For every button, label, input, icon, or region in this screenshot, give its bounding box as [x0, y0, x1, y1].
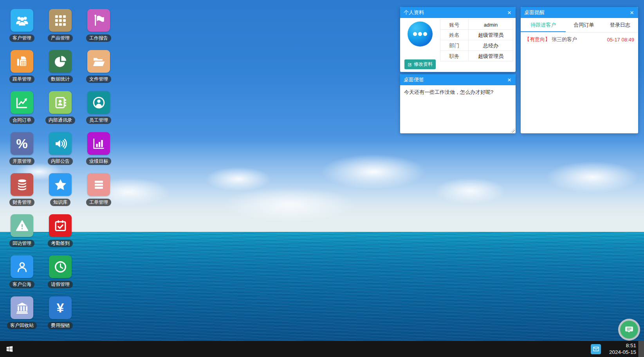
- pie-chart-icon: [49, 50, 72, 73]
- address-book-icon: [49, 91, 72, 114]
- list-icon: [87, 173, 110, 196]
- profile-panel-title: 个人资料: [404, 9, 507, 16]
- close-icon[interactable]: ×: [507, 77, 512, 83]
- desktop-icon-employee-mgmt[interactable]: 员工管理: [79, 91, 118, 124]
- show-desktop-button[interactable]: [639, 341, 644, 357]
- close-icon[interactable]: ×: [629, 9, 635, 16]
- desktop-icon-label: 文件管理: [86, 75, 111, 83]
- reminder-tab-待跟进客户[interactable]: 待跟进客户: [521, 18, 566, 32]
- desktop-icon-performance-target[interactable]: 业绩目标: [79, 132, 118, 165]
- desktop-icon-label: 回访管理: [9, 240, 34, 247]
- user-outline-icon: [11, 255, 33, 278]
- desktop-icon-invoice-mgmt[interactable]: %开票管理: [3, 132, 41, 165]
- desktop-icon-attendance-checkin[interactable]: 考勤签到: [41, 214, 79, 247]
- chat-bubble-icon: [620, 321, 638, 339]
- taskbar-date: 2024-05-15: [606, 349, 636, 356]
- desktop-icon-revisit-mgmt[interactable]: 回访管理: [3, 214, 41, 247]
- reminder-tab-登录日志[interactable]: 登录日志: [602, 18, 638, 32]
- desktop-icon-work-order-mgmt[interactable]: 工单管理: [79, 173, 118, 206]
- folder-open-icon: [87, 50, 110, 73]
- desktop-icon-expense-reimburse[interactable]: ¥费用报销: [41, 296, 79, 329]
- desktop-icon-file-mgmt[interactable]: 文件管理: [79, 50, 118, 83]
- profile-field-value: 超级管理员: [468, 30, 513, 40]
- reminder-panel: 桌面提醒 × 待跟进客户合同订单登录日志 【有意向】张三的客户05-17 08:…: [521, 7, 638, 133]
- desktop-icon-knowledge-base[interactable]: 知识库: [41, 173, 79, 206]
- desktop-icon-label: 财务管理: [9, 199, 34, 206]
- taskbar: 8:51 2024-05-15: [0, 341, 644, 357]
- profile-panel: 个人资料 × 修改资料 账号admin姓名超级管理员部门总经办职务超级管理员: [400, 7, 516, 72]
- database-icon: [11, 173, 33, 196]
- ocean-background: [0, 232, 644, 357]
- desktop-icon-internal-notice[interactable]: 内部公告: [41, 132, 79, 165]
- profile-field-value: 总经办: [468, 40, 513, 51]
- desktop-icon-label: 合同订单: [9, 117, 34, 124]
- reminder-list: 【有意向】张三的客户05-17 08:49: [521, 32, 638, 47]
- reminder-item[interactable]: 【有意向】张三的客户05-17 08:49: [521, 32, 638, 47]
- desktop-icon-contract-order[interactable]: 合同订单: [3, 91, 41, 124]
- profile-field-label: 部门: [440, 40, 468, 51]
- desktop-icon-customer-recycle-bin[interactable]: 客户回收站: [3, 296, 41, 329]
- desktop-icon-follow-up-mgmt[interactable]: 跟单管理: [3, 50, 41, 83]
- desktop-icon-internal-contacts[interactable]: 内部通讯录: [41, 91, 79, 124]
- chat-button[interactable]: [618, 319, 640, 341]
- desktop-icon-label: 知识库: [50, 199, 70, 206]
- profile-field-value: admin: [468, 19, 513, 30]
- profile-field-label: 姓名: [440, 30, 468, 40]
- desktop-icon-label: 员工管理: [86, 117, 111, 124]
- grid-icon: [49, 9, 72, 32]
- desktop-icon-product-mgmt[interactable]: 产品管理: [41, 9, 79, 42]
- reminder-tabs: 待跟进客户合同订单登录日志: [521, 18, 638, 32]
- desktop-icon-label: 内部公告: [48, 158, 73, 165]
- users-icon: [11, 9, 33, 32]
- reminder-panel-title: 桌面提醒: [524, 9, 629, 16]
- desktop-icon-label: 费用报销: [48, 322, 73, 329]
- profile-field-value: 超级管理员: [468, 51, 513, 61]
- note-panel: 桌面便签 × 今天还有一些工作没做，怎么办才好呢?: [400, 74, 516, 133]
- windows-logo-icon: [5, 345, 14, 353]
- desktop-icon-label: 客户管理: [9, 34, 34, 42]
- bar-chart-icon: [87, 132, 110, 155]
- desktop-icon-label: 请假管理: [48, 281, 73, 288]
- profile-field-row: 部门总经办: [440, 40, 513, 51]
- mail-icon: [592, 345, 600, 353]
- desktop-icon-work-report[interactable]: 工作报告: [79, 9, 118, 42]
- desktop-icon-label: 客户回收站: [7, 322, 37, 329]
- desktop-icon-label: 开票管理: [9, 158, 34, 165]
- taskbar-clock: 8:51 2024-05-15: [606, 343, 636, 356]
- desktop-icon-leave-mgmt[interactable]: 请假管理: [41, 255, 79, 288]
- flag-icon: [87, 9, 110, 32]
- profile-field-label: 职务: [440, 51, 468, 61]
- desktop-icon-customer-mgmt[interactable]: 客户管理: [3, 9, 41, 42]
- reminder-item-tag: 【有意向】: [525, 36, 550, 43]
- desktop-icon-finance-mgmt[interactable]: 财务管理: [3, 173, 41, 206]
- edit-profile-button[interactable]: 修改资料: [404, 59, 436, 69]
- desktop-icon-label: 业绩目标: [86, 158, 111, 165]
- percent-icon: %: [11, 132, 33, 155]
- reminder-item-time: 05-17 08:49: [607, 37, 634, 43]
- yen-icon: ¥: [49, 296, 72, 319]
- mail-button[interactable]: [591, 344, 601, 354]
- desktop-icon-label: 产品管理: [48, 34, 73, 42]
- user-circle-icon: [87, 91, 110, 114]
- clock-icon: [49, 255, 72, 278]
- bank-icon: [11, 296, 33, 319]
- desktop-icon-label: 数据统计: [48, 75, 73, 83]
- profile-field-row: 姓名超级管理员: [440, 30, 513, 40]
- desktop-icon-label: 跟单管理: [9, 75, 34, 83]
- start-button[interactable]: [0, 341, 19, 357]
- desktop-icon-label: 考勤签到: [48, 240, 73, 247]
- star-icon: [49, 173, 72, 196]
- note-textarea[interactable]: 今天还有一些工作没做，怎么办才好呢?: [400, 85, 516, 133]
- desktop-icon-label: 工作报告: [86, 34, 111, 42]
- desktop-icon-label: 内部通讯录: [45, 117, 75, 124]
- reminder-item-text: 张三的客户: [552, 36, 607, 43]
- desktop-icon-customer-pool[interactable]: 客户公海: [3, 255, 41, 288]
- note-panel-header: 桌面便签 ×: [400, 74, 516, 85]
- profile-table: 账号admin姓名超级管理员部门总经办职务超级管理员: [440, 19, 513, 61]
- warning-icon: [11, 214, 33, 237]
- desktop-icon-data-stats[interactable]: 数据统计: [41, 50, 79, 83]
- close-icon[interactable]: ×: [507, 9, 512, 16]
- line-chart-icon: [11, 91, 33, 114]
- note-panel-title: 桌面便签: [404, 76, 507, 83]
- reminder-tab-合同订单[interactable]: 合同订单: [566, 18, 602, 32]
